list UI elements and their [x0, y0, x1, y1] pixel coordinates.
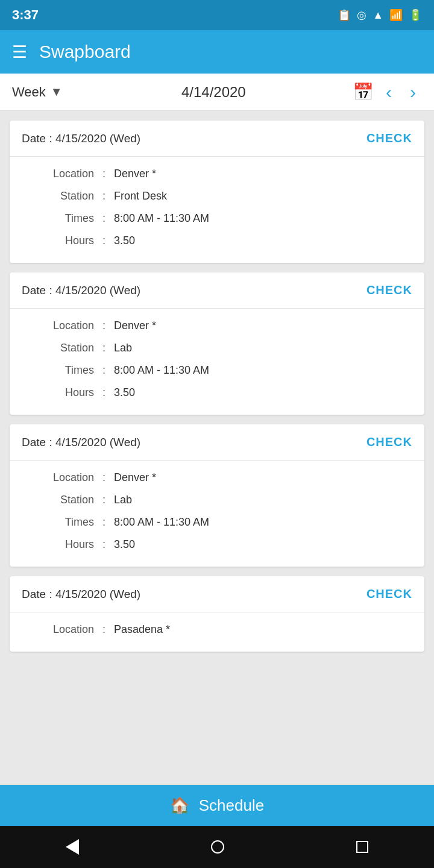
times-value: 8:00 AM - 11:30 AM [114, 212, 209, 225]
location-label: Location [28, 623, 94, 636]
station-value: Front Desk [114, 190, 167, 203]
separator: : [102, 494, 105, 506]
location-value: Pasadena * [114, 623, 170, 636]
recents-button[interactable] [356, 841, 368, 853]
status-time: 3:37 [12, 7, 39, 23]
clipboard-icon: 📋 [338, 8, 351, 22]
nav-bar [0, 826, 434, 868]
location-label: Location [28, 471, 94, 484]
shift-card: Date : 4/15/2020 (Wed) CHECK Location : … [10, 424, 424, 567]
top-bar: ☰ Swapboard [0, 30, 434, 74]
location-label: Location [28, 319, 94, 332]
detail-row-hours: Hours : 3.50 [28, 533, 406, 556]
hours-label: Hours [28, 386, 94, 399]
shift-header: Date : 4/15/2020 (Wed) CHECK [10, 121, 424, 157]
battery-icon: 🔋 [409, 8, 422, 22]
page-title: Swapboard [39, 42, 422, 62]
times-value: 8:00 AM - 11:30 AM [114, 516, 209, 529]
times-label: Times [28, 516, 94, 529]
shift-card: Date : 4/15/2020 (Wed) CHECK Location : … [10, 272, 424, 415]
shift-date: Date : 4/15/2020 (Wed) [22, 588, 140, 601]
shift-header: Date : 4/15/2020 (Wed) CHECK [10, 424, 424, 461]
separator: : [102, 516, 105, 529]
station-label: Station [28, 342, 94, 354]
times-value: 8:00 AM - 11:30 AM [114, 364, 209, 377]
times-label: Times [28, 212, 94, 225]
at-icon: ◎ [357, 8, 366, 22]
check-button[interactable]: CHECK [366, 283, 412, 297]
separator: : [102, 386, 105, 399]
separator: : [102, 319, 105, 332]
separator: : [102, 190, 105, 203]
detail-row-station: Station : Lab [28, 337, 406, 359]
week-selector[interactable]: Week ▼ [12, 84, 63, 100]
shift-details: Location : Denver * Station : Front Desk… [10, 157, 424, 263]
menu-icon[interactable]: ☰ [12, 42, 27, 62]
separator: : [102, 168, 105, 180]
hours-value: 3.50 [114, 234, 135, 247]
home-button[interactable] [211, 840, 224, 854]
week-chevron-icon[interactable]: ▼ [51, 85, 63, 99]
shift-date: Date : 4/15/2020 (Wed) [22, 284, 140, 297]
separator: : [102, 538, 105, 551]
location-value: Denver * [114, 471, 156, 484]
shift-card: Date : 4/15/2020 (Wed) CHECK Location : … [10, 121, 424, 263]
station-value: Lab [114, 494, 132, 506]
times-label: Times [28, 364, 94, 377]
signal-icon: 📶 [389, 8, 403, 22]
prev-arrow-button[interactable]: ‹ [380, 82, 398, 102]
shift-card: Date : 4/15/2020 (Wed) CHECK Location : … [10, 576, 424, 652]
check-button[interactable]: CHECK [366, 131, 412, 145]
detail-row-location: Location : Denver * [28, 315, 406, 337]
detail-row-times: Times : 8:00 AM - 11:30 AM [28, 207, 406, 230]
back-button[interactable] [66, 839, 79, 855]
calendar-icon[interactable]: 📅 [353, 82, 374, 102]
hours-value: 3.50 [114, 538, 135, 551]
separator: : [102, 234, 105, 247]
check-button[interactable]: CHECK [366, 435, 412, 449]
date-display: 4/14/2020 [81, 84, 347, 101]
location-label: Location [28, 168, 94, 180]
station-label: Station [28, 190, 94, 203]
schedule-label: Schedule [199, 796, 264, 815]
hours-label: Hours [28, 234, 94, 247]
shift-header: Date : 4/15/2020 (Wed) CHECK [10, 272, 424, 309]
detail-row-location: Location : Denver * [28, 467, 406, 489]
detail-row-location: Location : Denver * [28, 163, 406, 185]
station-value: Lab [114, 342, 132, 354]
location-value: Denver * [114, 319, 156, 332]
main-content: Date : 4/15/2020 (Wed) CHECK Location : … [0, 111, 434, 785]
detail-row-station: Station : Front Desk [28, 185, 406, 207]
separator: : [102, 212, 105, 225]
hours-value: 3.50 [114, 386, 135, 399]
station-label: Station [28, 494, 94, 506]
wifi-icon: ▲ [373, 9, 383, 22]
next-arrow-button[interactable]: › [404, 82, 422, 102]
detail-row-hours: Hours : 3.50 [28, 230, 406, 252]
shift-details: Location : Denver * Station : Lab Times … [10, 309, 424, 415]
detail-row-times: Times : 8:00 AM - 11:30 AM [28, 511, 406, 533]
week-bar: Week ▼ 4/14/2020 📅 ‹ › [0, 74, 434, 111]
location-value: Denver * [114, 168, 156, 180]
bottom-bar[interactable]: 🏠 Schedule [0, 785, 434, 826]
detail-row-location: Location : Pasadena * [28, 618, 406, 641]
separator: : [102, 623, 105, 636]
shift-header: Date : 4/15/2020 (Wed) CHECK [10, 576, 424, 612]
separator: : [102, 364, 105, 377]
detail-row-station: Station : Lab [28, 489, 406, 511]
shift-details: Location : Pasadena * [10, 612, 424, 652]
status-bar: 3:37 📋 ◎ ▲ 📶 🔋 [0, 0, 434, 30]
schedule-icon: 🏠 [170, 796, 189, 815]
shift-details: Location : Denver * Station : Lab Times … [10, 461, 424, 567]
status-icons: 📋 ◎ ▲ 📶 🔋 [338, 8, 422, 22]
shift-date: Date : 4/15/2020 (Wed) [22, 132, 140, 145]
shift-date: Date : 4/15/2020 (Wed) [22, 436, 140, 449]
detail-row-hours: Hours : 3.50 [28, 382, 406, 404]
check-button[interactable]: CHECK [366, 587, 412, 601]
separator: : [102, 471, 105, 484]
separator: : [102, 342, 105, 354]
week-label: Week [12, 84, 46, 100]
detail-row-times: Times : 8:00 AM - 11:30 AM [28, 359, 406, 382]
hours-label: Hours [28, 538, 94, 551]
